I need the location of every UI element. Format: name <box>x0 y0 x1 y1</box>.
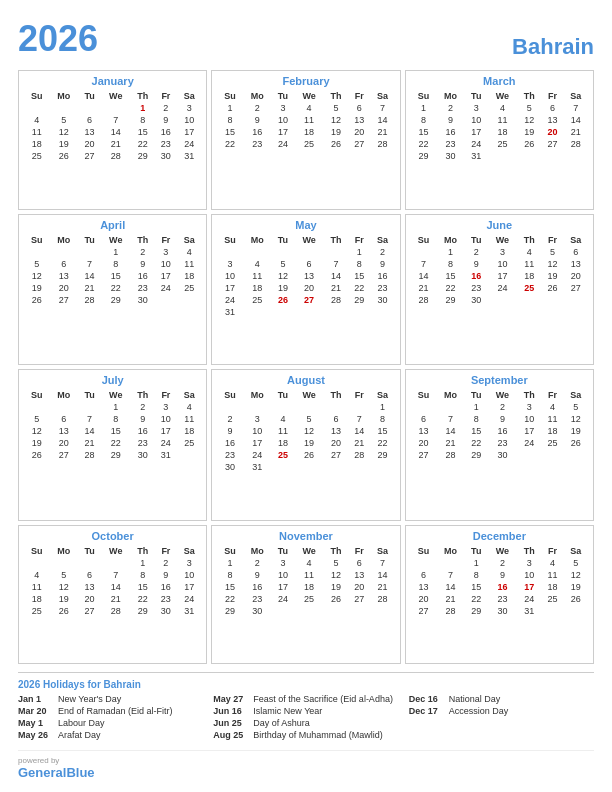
cal-day <box>324 246 348 258</box>
day-header: Su <box>411 389 436 401</box>
cal-day: 4 <box>541 557 563 569</box>
cal-day: 4 <box>541 401 563 413</box>
cal-day: 6 <box>564 246 588 258</box>
day-header: Mo <box>49 90 78 102</box>
cal-day: 8 <box>436 258 465 270</box>
holiday-date: Jan 1 <box>18 694 53 704</box>
cal-day: 22 <box>217 138 242 150</box>
day-header: Fr <box>155 90 177 102</box>
cal-day: 9 <box>465 258 488 270</box>
month-block-september: SeptemberSuMoTuWeThFrSa12345678910111213… <box>405 369 594 521</box>
cal-table: SuMoTuWeThFrSa12345678910111213141516171… <box>24 545 201 617</box>
day-header: Mo <box>243 389 272 401</box>
day-header: Tu <box>272 90 295 102</box>
cal-day: 3 <box>517 401 541 413</box>
holiday-name: Feast of the Sacrifice (Eid al-Adha) <box>253 694 393 704</box>
cal-day: 18 <box>24 593 49 605</box>
month-block-may: MaySuMoTuWeThFrSa12345678910111213141516… <box>211 214 400 366</box>
cal-day: 7 <box>436 413 465 425</box>
cal-day: 24 <box>155 282 177 294</box>
cal-day: 24 <box>272 593 295 605</box>
cal-day: 20 <box>348 581 370 593</box>
cal-day: 8 <box>217 114 242 126</box>
cal-day: 15 <box>101 425 130 437</box>
cal-day: 4 <box>243 258 272 270</box>
cal-day <box>294 605 323 617</box>
cal-day: 5 <box>24 258 49 270</box>
cal-day: 26 <box>294 449 323 461</box>
cal-day: 17 <box>488 270 517 282</box>
cal-day: 22 <box>436 282 465 294</box>
cal-day: 25 <box>517 282 541 294</box>
cal-day: 17 <box>465 126 488 138</box>
cal-day: 29 <box>370 449 394 461</box>
cal-day <box>488 150 517 162</box>
cal-day: 13 <box>564 258 588 270</box>
cal-day: 30 <box>217 461 242 473</box>
cal-day: 26 <box>517 138 541 150</box>
cal-day: 28 <box>370 138 394 150</box>
day-header: Mo <box>436 389 465 401</box>
day-header: Mo <box>436 234 465 246</box>
cal-day: 3 <box>488 246 517 258</box>
cal-day: 25 <box>541 437 563 449</box>
holiday-date: Jun 25 <box>213 718 248 728</box>
cal-day: 30 <box>488 449 517 461</box>
cal-day <box>541 449 563 461</box>
cal-day: 5 <box>324 557 348 569</box>
cal-day: 6 <box>78 114 101 126</box>
cal-day: 22 <box>465 437 488 449</box>
day-header: Tu <box>465 545 488 557</box>
cal-day: 12 <box>24 270 49 282</box>
cal-day: 14 <box>564 114 588 126</box>
holiday-date: May 27 <box>213 694 248 704</box>
cal-day: 10 <box>272 569 295 581</box>
cal-day: 30 <box>155 150 177 162</box>
cal-day: 15 <box>370 425 394 437</box>
list-item: May 26Arafat Day <box>18 730 203 740</box>
day-header: Su <box>24 389 49 401</box>
cal-day <box>436 401 465 413</box>
cal-day: 20 <box>294 282 323 294</box>
list-item: Aug 25Birthday of Muhammad (Mawlid) <box>213 730 398 740</box>
list-item: May 1Labour Day <box>18 718 203 728</box>
cal-day: 12 <box>541 258 563 270</box>
list-item: Dec 16National Day <box>409 694 594 704</box>
day-header: We <box>101 545 130 557</box>
cal-day: 28 <box>324 294 348 306</box>
day-header: Fr <box>348 90 370 102</box>
cal-day: 30 <box>488 605 517 617</box>
cal-day: 21 <box>78 437 101 449</box>
cal-day: 27 <box>411 449 436 461</box>
day-header: We <box>294 389 323 401</box>
day-header: Th <box>324 389 348 401</box>
cal-day: 8 <box>101 258 130 270</box>
cal-day <box>272 306 295 318</box>
cal-day <box>564 449 588 461</box>
cal-day: 13 <box>411 581 436 593</box>
cal-day: 12 <box>294 425 323 437</box>
cal-day: 25 <box>177 437 201 449</box>
cal-day: 2 <box>465 246 488 258</box>
cal-day: 3 <box>155 401 177 413</box>
cal-day: 4 <box>177 246 201 258</box>
holiday-date: Aug 25 <box>213 730 248 740</box>
cal-day: 29 <box>101 294 130 306</box>
cal-day: 25 <box>294 138 323 150</box>
holidays-section: 2026 Holidays for Bahrain Jan 1New Year'… <box>18 672 594 742</box>
day-header: Tu <box>78 389 101 401</box>
cal-day: 19 <box>49 593 78 605</box>
cal-day <box>24 557 49 569</box>
cal-day <box>436 557 465 569</box>
cal-day: 23 <box>488 593 517 605</box>
cal-day: 12 <box>272 270 295 282</box>
cal-day <box>564 150 588 162</box>
month-name: January <box>24 75 201 87</box>
cal-day <box>541 294 563 306</box>
cal-day: 16 <box>155 581 177 593</box>
cal-day: 27 <box>564 282 588 294</box>
cal-day: 24 <box>488 282 517 294</box>
cal-day: 22 <box>370 437 394 449</box>
list-item: Dec 17Accession Day <box>409 706 594 716</box>
day-header: Mo <box>243 90 272 102</box>
